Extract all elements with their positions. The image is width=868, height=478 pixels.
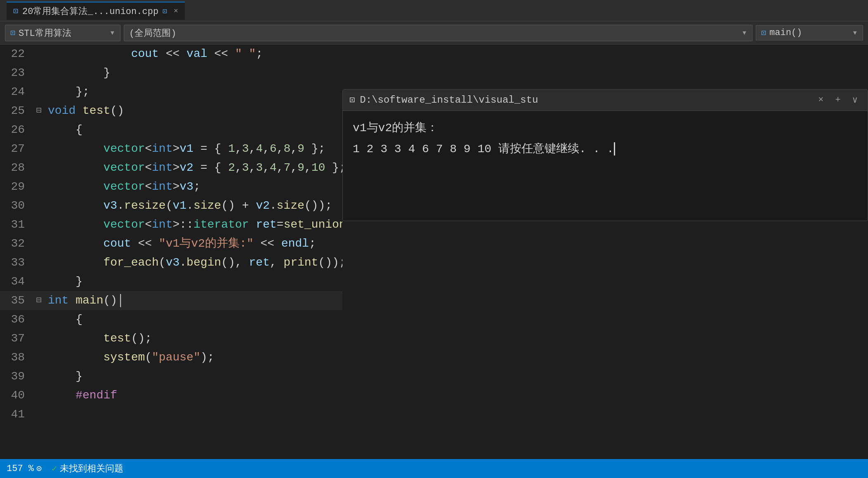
function-chevron: ▾ xyxy=(852,27,858,38)
code-line-27: 27 vector<int>v1 = { 1,3,4,6,8,9 }; xyxy=(0,139,342,158)
tab-label: 20常用集合算法_...union.cpp xyxy=(22,5,158,17)
terminal-chevron-button[interactable]: ∨ xyxy=(849,93,861,107)
status-bar: 157 % ⊙ ✓ 未找到相关问题 xyxy=(0,459,868,478)
context-label: (全局范围) xyxy=(129,27,176,39)
terminal-close-button[interactable]: × xyxy=(815,93,827,107)
code-line-30: 30 v3.resize(v1.size() + v2.size()); xyxy=(0,196,342,215)
scope-icon: ⊡ xyxy=(10,28,15,38)
scope-dropdown[interactable]: ⊡ STL常用算法 ▾ xyxy=(5,25,120,41)
line-number: 34 xyxy=(0,272,33,291)
code-line-22: 22 cout << val << " "; xyxy=(0,45,342,64)
terminal-app-icon: ⊡ xyxy=(349,94,355,106)
tab-file-icon: ⊡ xyxy=(13,6,18,16)
code-text: { xyxy=(45,120,342,139)
code-text: vector<int>v3; xyxy=(45,177,342,196)
code-line-31: 31 vector<int>::iterator ret=set_union(v… xyxy=(0,215,342,234)
fold-icon[interactable]: ⊟ xyxy=(33,101,45,120)
line-number: 23 xyxy=(0,64,33,82)
code-text: }; xyxy=(45,82,342,101)
scope-label: STL常用算法 xyxy=(19,27,71,39)
terminal-output-line2: 1 2 3 3 4 6 7 8 9 10 请按任意键继续. . . xyxy=(353,140,858,159)
code-text: cout << val << " "; xyxy=(45,45,342,64)
code-line-28: 28 vector<int>v2 = { 2,3,3,4,7,9,10 }; xyxy=(0,158,342,177)
function-label: main() xyxy=(769,28,802,38)
toolbar: ⊡ STL常用算法 ▾ (全局范围) ▾ ⊡ main() ▾ xyxy=(0,21,868,45)
line-number: 24 xyxy=(0,82,33,101)
terminal-path: D:\software_install\visual_stu xyxy=(360,94,810,106)
code-line-35: 35 ⊟ int main()│ xyxy=(0,291,342,310)
zoom-value: 157 % xyxy=(7,464,34,474)
line-number: 39 xyxy=(0,367,33,386)
code-line-23: 23 } xyxy=(0,64,342,82)
tab-pin-icon: ⊡ xyxy=(163,7,167,16)
terminal-add-button[interactable]: + xyxy=(832,93,844,107)
code-line-39: 39 } xyxy=(0,367,342,386)
function-icon: ⊡ xyxy=(761,28,766,38)
code-line-36: 36 { xyxy=(0,310,342,329)
code-text: int main()│ xyxy=(45,291,342,310)
code-text: system("pause"); xyxy=(45,348,342,367)
line-number: 37 xyxy=(0,329,33,348)
terminal-panel: ⊡ D:\software_install\visual_stu × + ∨ v… xyxy=(342,89,868,221)
code-line-32: 32 cout << "v1与v2的并集:" << endl; xyxy=(0,234,342,253)
code-line-38: 38 system("pause"); xyxy=(0,348,342,367)
line-number: 29 xyxy=(0,177,33,196)
status-ok-icon: ✓ xyxy=(52,463,57,474)
zoom-icon: ⊙ xyxy=(36,463,42,474)
fold-icon[interactable]: ⊟ xyxy=(33,291,45,310)
main-area: 22 cout << val << " "; 23 } 24 }; 2 xyxy=(0,45,868,459)
tab-close-button[interactable]: × xyxy=(174,7,178,15)
code-text: test(); xyxy=(45,329,342,348)
terminal-cursor xyxy=(614,142,615,155)
code-line-33: 33 for_each(v3.begin(), ret, print()); xyxy=(0,253,342,272)
code-text: cout << "v1与v2的并集:" << endl; xyxy=(45,234,342,253)
line-number: 40 xyxy=(0,386,33,405)
code-line-29: 29 vector<int>v3; xyxy=(0,177,342,196)
code-editor[interactable]: 22 cout << val << " "; 23 } 24 }; 2 xyxy=(0,45,342,459)
terminal-text2: 1 2 3 3 4 6 7 8 9 10 请按任意键继续. . . xyxy=(353,143,614,155)
code-text: for_each(v3.begin(), ret, print()); xyxy=(45,253,342,272)
code-line-41: 41 xyxy=(0,405,342,424)
line-number: 36 xyxy=(0,310,33,329)
line-number: 26 xyxy=(0,120,33,139)
context-dropdown[interactable]: (全局范围) ▾ xyxy=(124,25,752,41)
code-lines: 22 cout << val << " "; 23 } 24 }; 2 xyxy=(0,45,342,424)
code-text: } xyxy=(45,272,342,291)
line-number: 41 xyxy=(0,405,33,424)
code-line-40: 40 #endif xyxy=(0,386,342,405)
terminal-content: v1与v2的并集： 1 2 3 3 4 6 7 8 9 10 请按任意键继续. … xyxy=(343,111,868,221)
line-number: 22 xyxy=(0,45,33,64)
code-text: } xyxy=(45,367,342,386)
line-number: 35 xyxy=(0,291,33,310)
error-status[interactable]: ✓ 未找到相关问题 xyxy=(52,462,123,475)
line-number: 25 xyxy=(0,101,33,120)
line-number: 32 xyxy=(0,234,33,253)
terminal-output-line1: v1与v2的并集： xyxy=(353,119,858,138)
code-line-25: 25 ⊟ void test() xyxy=(0,101,342,120)
scope-chevron: ▾ xyxy=(110,27,115,38)
editor-tab[interactable]: ⊡ 20常用集合算法_...union.cpp ⊡ × xyxy=(7,2,185,20)
code-line-26: 26 { xyxy=(0,120,342,139)
line-number: 33 xyxy=(0,253,33,272)
code-line-34: 34 } xyxy=(0,272,342,291)
context-chevron: ▾ xyxy=(742,27,747,38)
code-text: } xyxy=(45,64,342,82)
code-text: vector<int>v1 = { 1,3,4,6,8,9 }; xyxy=(45,139,342,158)
title-bar: ⊡ 20常用集合算法_...union.cpp ⊡ × xyxy=(0,0,868,21)
code-text: vector<int>v2 = { 2,3,3,4,7,9,10 }; xyxy=(45,158,342,177)
code-text: v3.resize(v1.size() + v2.size()); xyxy=(45,196,342,215)
code-text: { xyxy=(45,310,342,329)
terminal-text1: v1与v2的并集： xyxy=(353,122,438,134)
status-text: 未找到相关问题 xyxy=(60,462,123,475)
line-number: 28 xyxy=(0,158,33,177)
line-number: 38 xyxy=(0,348,33,367)
terminal-title-bar: ⊡ D:\software_install\visual_stu × + ∨ xyxy=(343,89,868,111)
function-dropdown[interactable]: ⊡ main() ▾ xyxy=(756,25,863,40)
line-number: 31 xyxy=(0,215,33,234)
zoom-control[interactable]: 157 % ⊙ xyxy=(7,463,42,474)
code-line-24: 24 }; xyxy=(0,82,342,101)
code-text: vector<int>::iterator ret=set_union(v1.b xyxy=(45,215,342,234)
code-text: void test() xyxy=(45,101,342,120)
code-text: #endif xyxy=(45,386,342,405)
code-line-37: 37 test(); xyxy=(0,329,342,348)
